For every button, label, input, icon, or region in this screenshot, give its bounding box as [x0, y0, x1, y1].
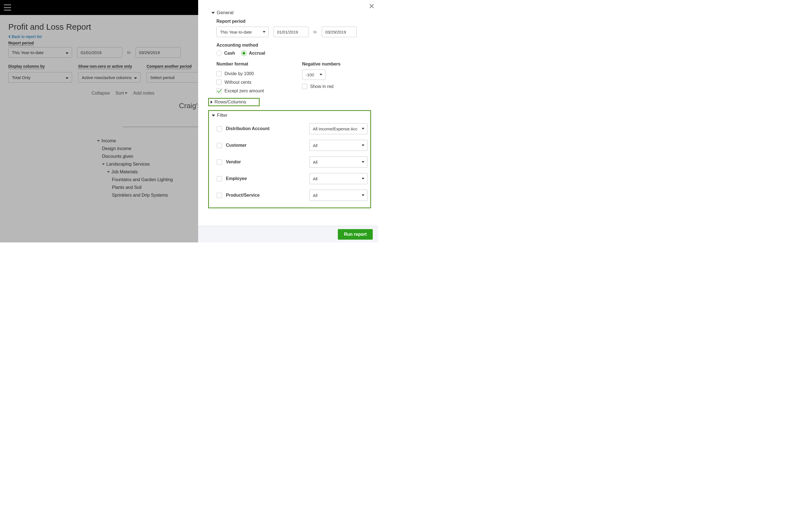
- rows-columns-highlight: Rows/Columns: [208, 98, 260, 106]
- filter-dist-label: Distribution Account: [226, 126, 306, 131]
- filter-employee-select[interactable]: All: [309, 173, 368, 184]
- panel-period-row: This Year-to-date 01/01/2019 to 03/29/20…: [216, 27, 371, 37]
- section-filter[interactable]: Filter: [212, 113, 368, 118]
- chk-customer[interactable]: [217, 143, 222, 148]
- chk-showinred-label: Show in red: [310, 84, 334, 89]
- panel-period-select[interactable]: This Year-to-date: [216, 27, 268, 37]
- chk-exceptzero[interactable]: [216, 88, 222, 93]
- chk-showinred[interactable]: [302, 84, 307, 89]
- caret-down-icon: [362, 161, 365, 163]
- filter-employee-label: Employee: [226, 176, 306, 181]
- chk-withoutcents-label: Without cents: [225, 80, 251, 85]
- accounting-method-radios: Cash Accrual: [216, 51, 371, 56]
- chk-vendor[interactable]: [217, 160, 222, 165]
- panel-report-period-label: Report period: [216, 19, 371, 24]
- caret-down-icon: [212, 114, 215, 116]
- section-rows-columns[interactable]: Rows/Columns: [211, 99, 257, 105]
- number-format-label: Number format: [216, 61, 285, 66]
- filter-customer-select[interactable]: All: [309, 140, 368, 151]
- filter-product-label: Product/Service: [226, 193, 306, 198]
- panel-date-from[interactable]: 01/01/2019: [273, 27, 309, 37]
- chk-withoutcents[interactable]: [216, 80, 222, 85]
- caret-down-icon: [362, 194, 365, 196]
- radio-accrual[interactable]: [241, 51, 246, 56]
- filter-employee-value: All: [313, 176, 318, 181]
- chk-exceptzero-label: Except zero amount: [225, 88, 264, 93]
- radio-cash[interactable]: [216, 51, 222, 56]
- filter-highlight: Filter Distribution Account All Income/E…: [208, 110, 371, 208]
- filter-employee: Employee All: [217, 170, 368, 187]
- number-format-col: Number format Divide by 1000 Without cen…: [216, 61, 285, 95]
- filter-customer-label: Customer: [226, 143, 306, 148]
- radio-accrual-label: Accrual: [249, 51, 265, 56]
- accounting-method-label: Accounting method: [216, 43, 371, 48]
- panel-date-to[interactable]: 03/29/2019: [322, 27, 357, 37]
- caret-down-icon: [263, 31, 265, 33]
- filter-product-service: Product/Service All: [217, 187, 368, 203]
- filter-product-value: All: [313, 193, 318, 198]
- filter-product-select[interactable]: All: [309, 190, 368, 201]
- panel-footer: Run report: [198, 226, 378, 242]
- caret-down-icon: [211, 12, 215, 14]
- radio-cash-label: Cash: [224, 51, 235, 56]
- filter-distribution-account: Distribution Account All Income/Expense …: [217, 120, 368, 137]
- caret-down-icon: [362, 144, 365, 146]
- negative-numbers-col: Negative numbers -100 Show in red: [302, 61, 371, 95]
- number-neg-row: Number format Divide by 1000 Without cen…: [216, 61, 371, 95]
- negative-numbers-label: Negative numbers: [302, 61, 371, 66]
- filter-vendor-label: Vendor: [226, 160, 306, 164]
- customize-panel: General Report period This Year-to-date …: [198, 0, 378, 242]
- panel-to: to: [314, 30, 317, 34]
- panel-period-value: This Year-to-date: [220, 30, 252, 34]
- run-report-button[interactable]: Run report: [338, 229, 373, 240]
- general-section-body: Report period This Year-to-date 01/01/20…: [211, 19, 371, 95]
- filter-customer-value: All: [313, 143, 318, 148]
- filter-body: Distribution Account All Income/Expense …: [212, 120, 368, 203]
- negative-numbers-select[interactable]: -100: [302, 69, 325, 80]
- filter-vendor-select[interactable]: All: [309, 157, 368, 167]
- caret-down-icon: [362, 178, 365, 180]
- chk-divide1000[interactable]: [216, 71, 222, 76]
- chk-dist-account[interactable]: [217, 126, 222, 132]
- filter-vendor: Vendor All: [217, 154, 368, 170]
- filter-vendor-value: All: [313, 160, 318, 164]
- caret-down-icon: [320, 74, 322, 76]
- caret-right-icon: [211, 101, 212, 104]
- filter-dist-select[interactable]: All Income/Expense Accounts: [309, 123, 368, 134]
- section-general[interactable]: General: [211, 10, 371, 16]
- chk-employee[interactable]: [217, 176, 222, 182]
- filter-customer: Customer All: [217, 137, 368, 154]
- filter-dist-value: All Income/Expense Accounts: [313, 127, 357, 131]
- chk-divide1000-label: Divide by 1000: [225, 71, 254, 76]
- chk-product[interactable]: [217, 193, 222, 198]
- negative-numbers-value: -100: [306, 73, 314, 77]
- panel-content: General Report period This Year-to-date …: [198, 0, 378, 226]
- caret-down-icon: [362, 128, 365, 130]
